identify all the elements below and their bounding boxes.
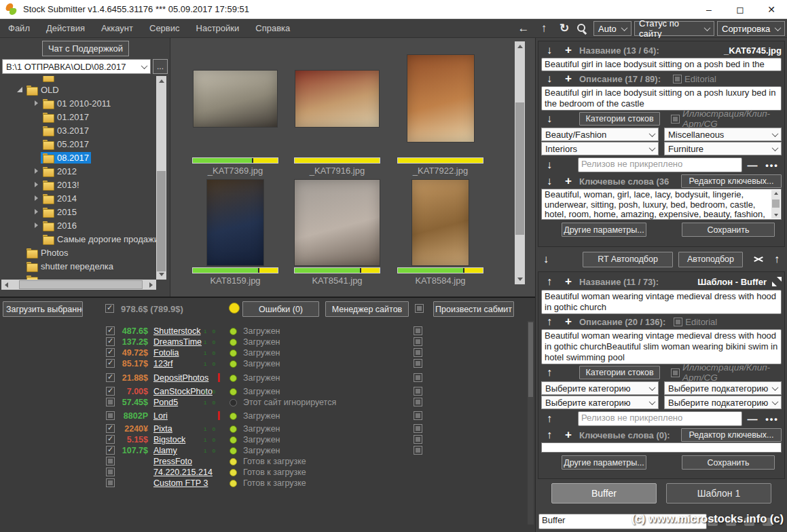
load-selected-button[interactable]: Загрузить выбранное [3,301,83,317]
save-button[interactable]: Сохранить [682,223,775,237]
site-link[interactable]: Lori [153,411,168,421]
path-dropdown[interactable]: B:\1 ОТПРАВКА\OLD\08.2017 [2,59,151,74]
tree-item-03.2017[interactable]: 03.2017 [0,124,156,137]
arrow-down-icon[interactable]: ↓ [541,113,557,125]
tree-vertical-scrollbar[interactable] [156,76,166,280]
site-secondary-checkbox[interactable] [414,359,422,368]
template-title-input[interactable]: Beautiful woman wearing vintage medieval… [541,290,782,314]
expand-icon[interactable] [31,221,41,230]
tree-item-2012[interactable]: 2012 [0,164,156,178]
arrow-up-icon[interactable]: ↑ [541,413,557,425]
menu-Настройки[interactable]: Настройки [188,19,248,37]
browse-folder-button[interactable]: ... [153,59,168,74]
thumbnail-image[interactable] [294,179,380,266]
template-keywords-input[interactable] [541,442,782,453]
arrow-down-icon[interactable]: ↓ [541,175,557,187]
tab-buffer[interactable]: Buffer [551,483,657,504]
menu-Справка[interactable]: Справка [247,19,298,37]
site-link[interactable]: DreamsTime [153,337,202,347]
tree-item-shutter переделка[interactable]: shutter переделка [0,259,156,273]
submit-checkbox[interactable] [415,304,424,313]
totals-checkbox[interactable] [105,304,114,313]
thumbnail-cell[interactable]: _KAT7922.jpg [397,54,483,176]
site-secondary-checkbox[interactable] [414,326,422,335]
tree-item-2014[interactable]: 2014 [0,191,156,205]
thumbnail-cell[interactable]: _KAT7916.jpg [294,54,380,176]
arrow-up-icon[interactable]: ↑ [541,366,557,379]
template-subcategory2-dropdown[interactable]: Выберите подкатегорию [664,396,782,409]
autopick-button[interactable]: Автоподбор [678,252,743,267]
site-link[interactable]: Fotolia [153,348,179,358]
more-releases-button[interactable]: ••• [763,414,782,424]
thumbnail-cell[interactable]: _KAT7369.jpg [192,54,278,176]
add-icon[interactable]: + [560,174,576,188]
keywords-editor-button[interactable]: Редактор ключевых... [681,174,782,188]
expand-icon[interactable] [31,98,41,108]
arrow-up-icon[interactable]: ↑ [769,253,785,265]
site-link[interactable]: PressFoto [153,457,192,466]
tab-template1[interactable]: Шаблон 1 [666,483,771,504]
site-secondary-checkbox[interactable] [414,373,422,382]
title-input[interactable]: Beautiful girl in lace bodysuit sitting … [541,58,782,71]
tree-horizontal-scrollbar[interactable] [1,280,156,290]
template-stock-categories-button[interactable]: Категории стоков [579,366,660,379]
thumbnail-image[interactable] [295,70,380,128]
tree-item-01.2017[interactable]: 01.2017 [0,110,156,124]
site-link[interactable]: DepositPhotos [153,373,208,383]
menu-Файл[interactable]: Файл [0,19,38,37]
arrow-down-icon[interactable]: ↓ [541,44,557,56]
add-icon[interactable]: + [560,72,576,86]
other-params-button[interactable]: Другие параметры... [562,223,646,237]
template-releases-input[interactable]: Релизов не прикреплено [578,411,742,426]
template-subcategory1-dropdown[interactable]: Выберите подкатегорию [664,381,782,395]
thumbnail-cell[interactable]: KAT8541.jpg [294,179,380,286]
template-keywords-editor-button[interactable]: Редактор ключевых... [681,428,782,442]
menu-Сервис[interactable]: Сервис [141,19,188,37]
menu-Действия[interactable]: Действия [38,19,93,37]
site-link[interactable]: Pixta [153,424,172,434]
site-secondary-checkbox[interactable] [414,435,422,444]
remove-release-button[interactable]: — [745,413,760,425]
remove-release-button[interactable]: — [745,159,760,171]
support-chat-button[interactable]: Чат с Поддержкой [42,41,129,56]
category1-dropdown[interactable]: Beauty/Fashion [541,128,659,141]
tree-item-2013![interactable]: 2013! [0,178,156,191]
tree-item-01 2010-2011[interactable]: 01 2010-2011 [0,96,156,110]
submit-button[interactable]: Произвести сабмит [433,301,514,317]
thumbnail-image[interactable] [411,179,469,266]
status-filter-dropdown[interactable]: Статус по сайту [634,21,714,36]
site-link[interactable]: Custom FTP 3 [153,478,208,488]
tree-item-partial[interactable] [0,273,156,280]
tree-item-partial[interactable] [0,76,156,83]
tree-item-OLD[interactable]: OLD [0,83,156,96]
releases-input[interactable]: Релизов не прикреплено [578,157,742,172]
back-icon[interactable]: ← [515,21,532,36]
thumbnails-scrollbar[interactable] [515,41,525,284]
site-link[interactable]: Bigstock [153,435,185,444]
site-secondary-checkbox[interactable] [414,446,422,455]
refresh-icon[interactable]: ↻ [555,21,573,36]
site-secondary-checkbox[interactable] [414,411,422,420]
site-secondary-checkbox[interactable] [414,337,422,346]
template-category2-dropdown[interactable]: Выберите категорию [541,396,659,409]
site-link[interactable]: Shutterstock [153,326,200,336]
close-button[interactable]: ✕ [756,0,787,18]
site-link[interactable]: 123rf [153,359,173,368]
tree-item-2015[interactable]: 2015 [0,205,156,218]
site-link[interactable]: Pond5 [153,398,178,407]
up-icon[interactable]: ↑ [535,21,553,36]
keywords-input[interactable]: Beautiful, woman, girl, lace, lacy, body… [541,189,782,220]
thumbnail-cell[interactable]: KAT8584.jpg [397,179,483,286]
site-secondary-checkbox[interactable] [414,398,422,406]
maximize-button[interactable]: ◻ [725,0,756,18]
template-save-button[interactable]: Сохранить [682,455,775,470]
more-releases-button[interactable]: ••• [763,160,782,170]
auto-dropdown[interactable]: Auto [593,21,632,36]
expand-icon[interactable] [31,207,41,216]
thumbnail-cell[interactable]: KAT8159.jpg [192,179,278,286]
sorting-dropdown[interactable]: Сортировка [717,21,785,36]
tree-item-05.2017[interactable]: 05.2017 [0,137,156,151]
site-checkbox[interactable] [106,457,115,466]
template-category1-dropdown[interactable]: Выберите категорию [541,381,659,395]
rt-autopick-button[interactable]: RT Автоподбор [583,252,673,267]
